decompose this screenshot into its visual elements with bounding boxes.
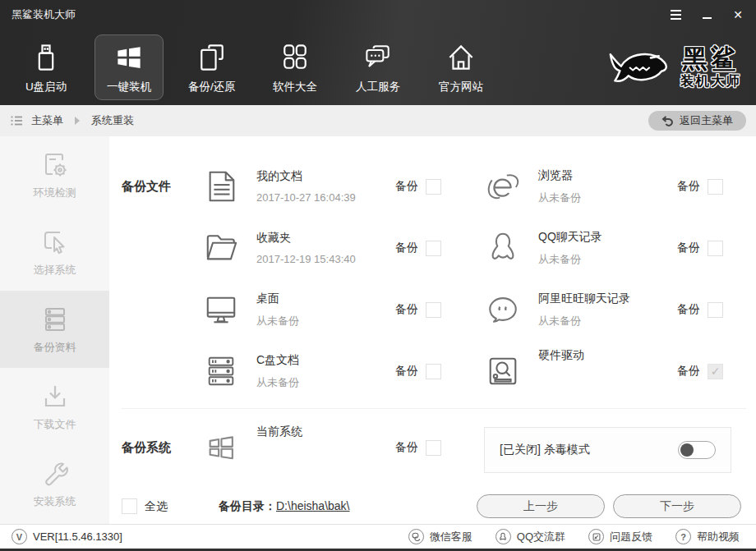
item-title: 桌面	[256, 292, 395, 306]
sidebar-item-label: 备份资料	[34, 340, 76, 355]
backup-system-section: 备份系统 当前系统	[122, 427, 746, 473]
footer-link-label: QQ交流群	[517, 530, 565, 544]
item-title: 收藏夹	[256, 231, 395, 246]
sidebar-item-label: 选择系统	[34, 263, 76, 278]
steps-sidebar: 环境检测 选择系统	[0, 136, 109, 524]
help-icon: ?	[675, 529, 691, 544]
backup-label: 备份	[677, 364, 700, 379]
item-last-backup: 从未备份	[538, 191, 677, 205]
driver-icon	[484, 354, 522, 388]
backup-checkbox[interactable]	[426, 364, 441, 379]
app-window: 黑鲨装机大师 ✕ U盘启动	[0, 0, 756, 551]
backup-label: 备份	[395, 179, 418, 194]
item-title: 浏览器	[538, 168, 677, 183]
nav-item-backup-restore[interactable]: 备份/还原	[177, 34, 247, 100]
prev-step-button[interactable]: 上一步	[477, 494, 605, 518]
backup-files-section: 备份文件 我的文档 2017-10-27 16:04:39	[122, 166, 746, 392]
list-icon	[10, 114, 23, 127]
menu-icon[interactable]	[669, 8, 682, 21]
backup-item-current-system: 当前系统 备份	[202, 427, 464, 468]
nav-label: 软件大全	[273, 80, 317, 94]
version-text: VER[11.5.46.1330]	[33, 530, 122, 543]
folder-icon	[202, 231, 240, 265]
item-last-backup: 从未备份	[538, 252, 677, 267]
backup-checkbox[interactable]	[708, 179, 723, 195]
brand-logo-text: 黑鲨 装机大师	[680, 46, 741, 89]
backup-data-icon	[40, 305, 70, 334]
sidebar-item-backup-data[interactable]: 备份资料	[0, 291, 109, 368]
nav-item-one-key-install[interactable]: 一键装机	[94, 34, 164, 100]
feedback-link[interactable]: 问题反馈	[588, 529, 652, 544]
backup-label: 备份	[677, 179, 700, 194]
backup-checkbox[interactable]	[426, 179, 441, 195]
header: 黑鲨装机大师 ✕ U盘启动	[0, 0, 756, 105]
sidebar-item-install-system[interactable]: 安装系统	[0, 445, 109, 522]
item-last-backup: 从未备份	[538, 314, 677, 328]
footer-link-label: 帮助视频	[697, 530, 740, 544]
sidebar-item-env-check[interactable]: 环境检测	[0, 136, 109, 214]
brand-logo: 黑鲨 装机大师	[605, 42, 741, 93]
breadcrumb-root[interactable]: 主菜单	[31, 113, 63, 128]
backup-label: 备份	[395, 440, 418, 455]
backup-checkbox[interactable]	[426, 302, 441, 318]
backup-item-my-documents: 我的文档 2017-10-27 16:04:39 备份	[202, 166, 464, 207]
qq-group-link[interactable]: QQ交流群	[496, 529, 565, 544]
backup-directory-link[interactable]: D:\heisha\bak\	[276, 499, 350, 512]
nav-item-usb-boot[interactable]: U盘启动	[12, 34, 81, 100]
backup-checkbox[interactable]	[708, 302, 723, 318]
sidebar-item-download-files[interactable]: 下载文件	[0, 368, 109, 445]
item-title: 当前系统	[256, 425, 395, 439]
nav-item-support[interactable]: 人工服务	[343, 34, 413, 100]
backup-checkbox-checked-disabled	[708, 364, 723, 379]
nav-item-software[interactable]: 软件大全	[260, 34, 330, 100]
item-title: 我的文档	[256, 169, 395, 184]
brand-name: 黑鲨	[680, 46, 741, 72]
nav-label: 人工服务	[356, 80, 400, 94]
version-icon: V	[12, 529, 27, 544]
item-title: C盘文档	[256, 353, 395, 368]
sidebar-item-select-system[interactable]: 选择系统	[0, 214, 109, 291]
bottom-controls: 全选 备份目录：D:\heisha\bak\ 上一步 下一步	[122, 494, 746, 518]
breadcrumb-current: 系统重装	[91, 113, 134, 128]
desktop-icon	[202, 292, 240, 327]
app-grid-icon	[279, 39, 311, 74]
backup-item-favorites: 收藏夹 2017-12-19 15:43:40 备份	[202, 227, 464, 269]
download-icon	[40, 382, 70, 411]
backup-label: 备份	[677, 302, 700, 317]
help-video-link[interactable]: ? 帮助视频	[675, 529, 740, 544]
select-all-label: 全选	[145, 499, 168, 514]
main-nav: U盘启动 一键装机 备份/还原	[0, 29, 756, 105]
backup-label: 备份	[395, 241, 418, 255]
windows-logo-icon	[112, 39, 146, 74]
breadcrumb-bar: 主菜单 系统重装 返回主菜单	[0, 105, 756, 136]
backup-item-c-drive-docs: C盘文档 从未备份 备份	[202, 351, 464, 392]
select-all-checkbox[interactable]	[122, 498, 137, 514]
wechat-support-link[interactable]: 微信客服	[408, 529, 472, 544]
backup-panel: 备份文件 我的文档 2017-10-27 16:04:39	[109, 136, 756, 524]
feedback-icon	[588, 529, 604, 544]
sidebar-item-label: 安装系统	[34, 494, 76, 509]
backup-directory: 备份目录：D:\heisha\bak\	[219, 499, 350, 514]
select-system-icon	[40, 227, 70, 257]
item-title: 阿里旺旺聊天记录	[538, 292, 677, 306]
next-step-button[interactable]: 下一步	[613, 494, 741, 518]
wangwang-icon	[484, 292, 522, 327]
close-icon[interactable]: ✕	[731, 8, 744, 21]
antivirus-toggle[interactable]	[678, 441, 716, 459]
footer-link-label: 微信客服	[430, 530, 472, 544]
version-info: V VER[11.5.46.1330]	[12, 529, 122, 544]
back-to-main-menu-button[interactable]: 返回主菜单	[648, 111, 746, 131]
item-last-backup: 从未备份	[256, 314, 395, 328]
backup-item-wangwang-chat: 阿里旺旺聊天记录 从未备份 备份	[484, 289, 746, 330]
minimize-icon[interactable]	[700, 8, 713, 21]
backup-checkbox[interactable]	[426, 241, 441, 256]
shark-logo-icon	[605, 42, 672, 93]
backup-items-grid: 我的文档 2017-10-27 16:04:39 备份	[202, 166, 746, 392]
nav-item-website[interactable]: 官方网站	[426, 34, 496, 100]
item-last-backup	[538, 370, 677, 383]
item-title: QQ聊天记录	[538, 230, 677, 245]
backup-checkbox[interactable]	[708, 241, 723, 256]
toggle-knob	[680, 443, 694, 457]
backup-item-browser: 浏览器 从未备份 备份	[484, 166, 746, 207]
backup-checkbox[interactable]	[426, 440, 441, 456]
